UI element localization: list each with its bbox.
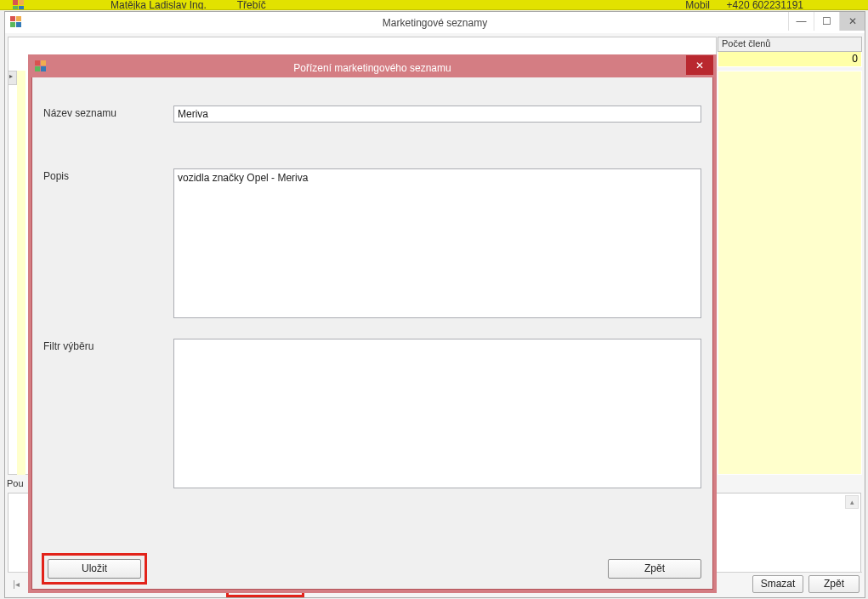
- modal-title-text: Pořízení marketingového seznamu: [293, 62, 451, 74]
- grid-right-fill: [718, 71, 862, 475]
- maximize-button[interactable]: ☐: [814, 12, 839, 31]
- row-name: Název seznamu: [43, 106, 701, 119]
- pou-label: Pou: [5, 478, 24, 488]
- save-button[interactable]: Uložit: [48, 559, 141, 579]
- save-button-highlight-wrap: Uložit: [43, 555, 145, 583]
- desc-textarea[interactable]: [173, 168, 701, 318]
- form-icon: [35, 60, 48, 74]
- form-icon: [10, 16, 22, 31]
- bg-cell-mobil-label: Mobil: [685, 0, 710, 10]
- filter-textarea[interactable]: [173, 339, 701, 488]
- modal-dialog: Pořízení marketingového seznamu ✕ Název …: [28, 54, 717, 593]
- grid-cell-count[interactable]: 0: [718, 52, 862, 67]
- bg-cell-city: Třebíč: [237, 0, 266, 10]
- name-input[interactable]: [173, 106, 701, 123]
- save-button-label: Uložit: [82, 562, 107, 574]
- row-filter: Filtr výběru: [43, 339, 701, 352]
- main-body: Počet členů 0 Pou ▴ |◂ ◂ z 1 ▸ ▸| + ✕ No…: [5, 33, 865, 597]
- grid-left-highlight: [17, 71, 26, 475]
- grid-row-header[interactable]: [8, 71, 17, 85]
- nav-first-button[interactable]: |◂: [9, 575, 24, 592]
- form-icon: [8, 0, 21, 10]
- main-window: Marketingové seznamy — ☐ ✕ Počet členů 0…: [4, 11, 865, 598]
- main-window-title: Marketingové seznamy: [383, 17, 487, 29]
- modal-titlebar[interactable]: Pořízení marketingového seznamu ✕: [31, 58, 713, 77]
- grid-column-header-count[interactable]: Počet členů: [718, 37, 862, 52]
- modal-footer: Uložit Zpět: [43, 556, 701, 581]
- back-button-label: Zpět: [824, 578, 844, 590]
- modal-back-button[interactable]: Zpět: [608, 559, 701, 579]
- delete-button[interactable]: Smazat: [752, 575, 803, 593]
- label-filter: Filtr výběru: [43, 339, 171, 352]
- modal-form: Název seznamu Popis Filtr výběru: [43, 97, 701, 535]
- modal-close-button[interactable]: ✕: [686, 55, 713, 75]
- window-system-buttons: — ☐ ✕: [788, 12, 865, 31]
- scroll-up-icon[interactable]: ▴: [845, 495, 859, 509]
- bg-cell-name: Matějka Ladislav Ing.: [111, 0, 207, 10]
- main-titlebar: Marketingové seznamy — ☐ ✕: [5, 12, 865, 33]
- background-grid-row: Matějka Ladislav Ing. Třebíč Mobil +420 …: [0, 0, 868, 10]
- row-desc: Popis: [43, 168, 701, 182]
- delete-button-label: Smazat: [761, 578, 796, 590]
- bg-cell-mobil-value: +420 602231191: [727, 0, 803, 10]
- grid-right-column: Počet členů 0: [718, 37, 862, 67]
- minimize-button[interactable]: —: [788, 12, 814, 31]
- close-button[interactable]: ✕: [839, 12, 865, 31]
- modal-back-button-label: Zpět: [644, 562, 665, 574]
- label-desc: Popis: [43, 168, 171, 182]
- back-button[interactable]: Zpět: [808, 575, 859, 593]
- label-name: Název seznamu: [43, 106, 171, 119]
